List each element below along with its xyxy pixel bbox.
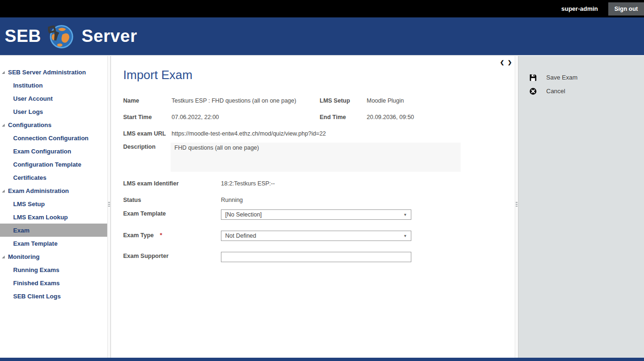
tree-expand-icon[interactable]	[2, 256, 5, 258]
end-time-label: End Time	[320, 113, 367, 120]
sidebar-item-configuration-template[interactable]: Configuration Template	[0, 158, 107, 171]
sidebar-item-configurations[interactable]: Configurations	[0, 118, 107, 131]
sign-out-button[interactable]: Sign out	[608, 2, 644, 16]
footer-bar	[0, 358, 644, 361]
exam-type-selected-value: Not Defined	[225, 233, 256, 239]
form-row-exam-supporter: Exam Supporter	[123, 252, 515, 262]
sidebar-item-label: Institution	[13, 82, 43, 89]
sidebar-item-label: SEB Server Administration	[8, 69, 86, 76]
chevron-down-icon: ▼	[403, 213, 407, 217]
save-exam-button[interactable]: Save Exam	[518, 73, 644, 81]
collapse-right-icon[interactable]: ❯	[508, 59, 512, 65]
left-splitter[interactable]	[107, 56, 111, 358]
sidebar-item-label: Exam Configuration	[13, 148, 71, 155]
exam-supporter-input[interactable]	[221, 252, 411, 262]
form-row-exam-type: Exam Type* Not Defined ▼	[123, 231, 515, 241]
sidebar-item-exam[interactable]: Exam	[0, 224, 107, 237]
exam-template-selected-value: [No Selection]	[225, 211, 262, 218]
form-row-identifier: LMS exam Identifier 18:2:Testkurs ESP:--	[123, 179, 515, 187]
lms-setup-label: LMS Setup	[320, 96, 367, 104]
chevron-down-icon: ▼	[403, 234, 407, 238]
collapse-left-icon[interactable]: ❮	[500, 59, 504, 65]
topbar: super-admin Sign out	[0, 0, 644, 17]
tree-expand-icon[interactable]	[2, 71, 5, 74]
sidebar-item-label: Connection Configuration	[13, 135, 88, 142]
exam-type-label: Exam Type*	[123, 231, 221, 239]
sidebar-item-lms-exam-lookup[interactable]: LMS Exam Lookup	[0, 210, 107, 224]
sidebar-item-seb-client-logs[interactable]: SEB Client Logs	[0, 289, 107, 303]
sidebar-item-label: User Account	[13, 95, 53, 102]
right-splitter[interactable]	[515, 56, 518, 358]
sidebar-item-label: Running Exams	[13, 266, 59, 273]
sidebar-item-institution[interactable]: Institution	[0, 79, 107, 92]
cancel-icon	[529, 88, 537, 95]
import-exam-form: Name Testkurs ESP : FHD questions (all o…	[123, 96, 515, 262]
form-row-name: Name Testkurs ESP : FHD questions (all o…	[123, 96, 515, 104]
sidebar-item-label: Monitoring	[8, 253, 39, 260]
main-layout: SEB Server AdministrationInstitutionUser…	[0, 55, 644, 358]
sidebar-item-certificates[interactable]: Certificates	[0, 171, 107, 184]
name-label: Name	[123, 96, 172, 104]
page-title: Import Exam	[123, 68, 515, 82]
cancel-label: Cancel	[546, 88, 565, 95]
form-row-url: LMS exam URL https://moodle-test-entw4.e…	[123, 129, 515, 137]
save-icon	[529, 74, 537, 81]
sidebar-item-label: Exam Administration	[8, 187, 69, 194]
sidebar-item-connection-configuration[interactable]: Connection Configuration	[0, 131, 107, 144]
exam-template-select[interactable]: [No Selection] ▼	[221, 209, 411, 220]
content-area: ❮ ❯ Import Exam Name Testkurs ESP : FHD …	[111, 56, 515, 358]
sidebar-nav: SEB Server AdministrationInstitutionUser…	[0, 56, 107, 358]
form-row-exam-template: Exam Template [No Selection] ▼	[123, 209, 515, 220]
status-label: Status	[123, 196, 221, 203]
tree-expand-icon[interactable]	[2, 190, 5, 193]
lms-exam-identifier-label: LMS exam Identifier	[123, 179, 221, 187]
exam-supporter-label: Exam Supporter	[123, 252, 221, 259]
sidebar-item-label: Exam	[13, 227, 30, 234]
sidebar-item-label: Certificates	[13, 174, 47, 181]
sidebar-item-lms-setup[interactable]: LMS Setup	[0, 197, 107, 210]
start-time-value: 07.06.2022, 22:00	[172, 113, 320, 120]
sidebar-item-monitoring[interactable]: Monitoring	[0, 250, 107, 263]
sidebar-item-label: Finished Exams	[13, 280, 60, 287]
sidebar-item-label: User Logs	[13, 108, 43, 115]
sidebar-item-label: LMS Exam Lookup	[13, 214, 68, 221]
lms-exam-url-label: LMS exam URL	[123, 129, 172, 137]
name-value: Testkurs ESP : FHD questions (all on one…	[172, 96, 320, 104]
splitter-grip-icon[interactable]	[516, 202, 518, 207]
exam-type-select[interactable]: Not Defined ▼	[221, 231, 411, 241]
sidebar-item-running-exams[interactable]: Running Exams	[0, 263, 107, 276]
status-value: Running	[221, 196, 515, 203]
sidebar-item-exam-administration[interactable]: Exam Administration	[0, 184, 107, 197]
required-asterisk: *	[160, 232, 162, 239]
start-time-label: Start Time	[123, 113, 172, 120]
action-pane: Save Exam Cancel	[518, 56, 644, 358]
app-header: SEB Server	[0, 17, 644, 55]
form-row-time: Start Time 07.06.2022, 22:00 End Time 20…	[123, 113, 515, 120]
brand-server-label: Server	[82, 26, 137, 46]
current-user-label: super-admin	[561, 5, 598, 12]
sidebar-item-label: Exam Template	[13, 240, 57, 247]
seb-globe-logo-icon	[48, 23, 74, 49]
sidebar-item-user-account[interactable]: User Account	[0, 92, 107, 105]
sidebar-item-label: Configurations	[8, 121, 51, 128]
sidebar-item-label: Configuration Template	[13, 161, 81, 168]
sidebar-item-exam-template[interactable]: Exam Template	[0, 237, 107, 250]
tree-expand-icon[interactable]	[2, 124, 5, 127]
sidebar-item-label: LMS Setup	[13, 201, 45, 208]
form-row-status: Status Running	[123, 196, 515, 203]
save-exam-label: Save Exam	[546, 74, 577, 81]
sidebar-item-finished-exams[interactable]: Finished Exams	[0, 276, 107, 289]
form-row-description: Description FHD questions (all on one pa…	[123, 143, 515, 172]
description-value-box: FHD questions (all on one page)	[171, 143, 461, 172]
cancel-button[interactable]: Cancel	[518, 87, 644, 95]
sidebar-item-user-logs[interactable]: User Logs	[0, 105, 107, 118]
sidebar-item-exam-configuration[interactable]: Exam Configuration	[0, 144, 107, 158]
sidebar-item-seb-server-administration[interactable]: SEB Server Administration	[0, 65, 107, 79]
lms-setup-value: Moodle Plugin	[367, 96, 515, 104]
splitter-grip-icon[interactable]	[108, 202, 110, 207]
exam-template-label: Exam Template	[123, 209, 221, 217]
lms-exam-identifier-value: 18:2:Testkurs ESP:--	[221, 179, 515, 187]
brand-seb-label: SEB	[5, 26, 41, 46]
pane-collapse-controls: ❮ ❯	[500, 59, 512, 65]
end-time-value: 20.09.2036, 09:50	[367, 113, 515, 120]
